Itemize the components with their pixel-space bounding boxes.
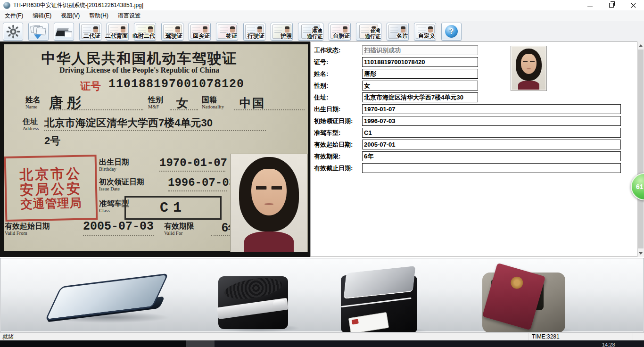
toolbar-custom-label: 自定义 <box>418 33 435 39</box>
license-no-value: 110188197001078120 <box>108 77 244 91</box>
license-class-box: C1 <box>124 196 222 220</box>
scroll-up-button[interactable] <box>637 41 644 49</box>
form-row-name: 姓名: <box>311 69 637 79</box>
toolbar-id-card-label: 二代证 <box>83 33 100 39</box>
license-name-label: 姓名 Name <box>25 96 41 109</box>
menu-item-file[interactable]: 文件(F) <box>0 11 28 21</box>
close-button[interactable] <box>622 0 644 10</box>
menu-item-language[interactable]: 语言设置 <box>113 11 145 21</box>
license-subtitle-en: Driving License of the People's Republic… <box>4 66 275 74</box>
batch-scan-icon <box>31 25 47 38</box>
license-birthday-value: 1970-01-07 <box>159 157 227 169</box>
gender-field[interactable] <box>362 81 478 91</box>
license-address-label: 住址 Address <box>23 118 39 131</box>
toolbar-id-card-button[interactable]: 二代证 <box>79 23 101 41</box>
license-nationality-label: 国籍 Nationality <box>202 96 224 109</box>
menu-item-view[interactable]: 视图(V) <box>56 11 84 21</box>
license-sex-value: 女 <box>176 95 188 111</box>
settings-button[interactable] <box>3 23 23 41</box>
scanner-icon <box>56 25 72 38</box>
valid-period-label: 有效期限: <box>314 152 340 161</box>
driving-license-scan: 中华人民共和国机动车驾驶证 Driving License of the Peo… <box>4 44 308 251</box>
license-photo <box>230 154 308 252</box>
id-number-field[interactable] <box>362 57 478 67</box>
help-button[interactable]: ? <box>441 23 462 41</box>
scanned-document-pane: 中华人民共和国机动车驾驶证 Driving License of the Peo… <box>0 41 310 257</box>
window-controls <box>579 0 644 10</box>
toolbar-home-return-permit-button[interactable]: 回乡证 <box>189 23 211 41</box>
license-sex-label: 性别 M&F <box>148 96 163 109</box>
police-stamp: 北京市公 安局公安 交通管理局 <box>4 155 98 222</box>
form-row-valid-until: 有效截止日期: <box>311 163 637 174</box>
batch-scan-button[interactable] <box>28 23 49 41</box>
title-bar[interactable]: TH-PR630中安证件识别系统-[20161226143851.jpg] <box>0 0 644 10</box>
menu-item-edit[interactable]: 编辑(E) <box>28 11 56 21</box>
license-address-line2: 2号 <box>44 134 60 148</box>
scroll-down-icon <box>639 252 643 255</box>
close-icon <box>631 3 636 8</box>
toolbar-hk-macau-permit-label: 港澳通行证 <box>307 28 322 39</box>
toolbar-taiwan-compatriot-permit-button[interactable]: 台胞证 <box>329 23 351 41</box>
vehicle-class-field[interactable] <box>362 128 621 138</box>
valid-until-field[interactable] <box>362 163 621 173</box>
license-title: 中华人民共和国机动车驾驶证 <box>4 49 275 68</box>
window-title: TH-PR630中安证件识别系统-[20161226143851.jpg] <box>13 0 143 10</box>
toolbar: 二代证二代背面临时二代驾驶证回乡证签证行驶证护照港澳通行证台胞证台湾通行证名片自… <box>0 21 644 41</box>
minimize-icon <box>587 7 593 7</box>
toolbar-hk-macau-permit-button[interactable]: 港澳通行证 <box>298 23 323 41</box>
work-status-field[interactable] <box>362 45 478 55</box>
license-valid-for-label: 有效期限 Valid For <box>164 223 194 236</box>
restore-button[interactable] <box>601 0 622 10</box>
scroll-down-button[interactable] <box>637 249 644 257</box>
toolbar-home-return-permit-label: 回乡证 <box>193 33 210 39</box>
first-issue-date-label: 初始领证日期: <box>314 117 353 125</box>
toolbar-vehicle-license-label: 行驶证 <box>248 33 264 39</box>
birth-date-field[interactable] <box>362 104 621 114</box>
form-row-valid-period: 有效期限: <box>311 151 637 162</box>
toolbar-visa-label: 签证 <box>226 33 237 39</box>
form-row-gender: 性别: <box>311 81 637 91</box>
scroll-up-icon <box>639 44 643 47</box>
form-row-address: 住址: <box>311 92 637 103</box>
valid-period-field[interactable] <box>362 151 621 161</box>
restore-icon <box>609 3 614 8</box>
toolbar-taiwan-permit-label: 台湾通行证 <box>365 28 380 39</box>
taskbar-strip[interactable]: 14:28 <box>0 340 644 347</box>
birth-date-label: 出生日期: <box>314 105 340 114</box>
valid-from-label: 有效起始日期: <box>314 140 353 149</box>
taskbar-clock: 14:28 <box>602 342 615 347</box>
address-field[interactable] <box>362 92 478 102</box>
toolbar-id-card-back-label: 二代背面 <box>105 33 128 39</box>
license-nationality-value: 中国 <box>239 95 265 111</box>
license-issue-date-value: 1996-07-03 <box>168 176 236 189</box>
toolbar-visa-button[interactable]: 签证 <box>216 23 238 41</box>
toolbar-business-card-button[interactable]: 名片 <box>387 23 409 41</box>
license-birthday-label: 出生日期 Birthday <box>99 158 129 172</box>
toolbar-vehicle-license-button[interactable]: 行驶证 <box>243 23 265 41</box>
name-label: 姓名: <box>314 70 328 78</box>
name-field[interactable] <box>362 69 478 79</box>
valid-from-field[interactable] <box>362 140 621 149</box>
extracted-photo-frame <box>511 46 547 91</box>
scan-device-button[interactable] <box>54 23 74 41</box>
minimize-button[interactable] <box>579 0 601 10</box>
first-issue-date-field[interactable] <box>362 116 621 126</box>
extracted-photo <box>512 47 545 90</box>
license-no-label: 证号 <box>80 79 101 93</box>
toolbar-id-card-back-button[interactable]: 二代背面 <box>107 23 129 41</box>
badge-value: 61 <box>636 183 644 190</box>
status-text: 就绪 <box>2 333 14 340</box>
toolbar-temp-id-card-button[interactable]: 临时二代 <box>134 23 156 41</box>
toolbar-custom-button[interactable]: 自定义 <box>414 23 436 41</box>
form-row-first-issue-date: 初始领证日期: <box>311 116 637 126</box>
menu-item-help[interactable]: 帮助(H) <box>84 11 113 21</box>
toolbar-driving-license-button[interactable]: 驾驶证 <box>161 23 183 41</box>
vertical-scrollbar[interactable] <box>637 41 644 257</box>
status-bar: 就绪 TIME:3281 <box>0 332 644 340</box>
scanner-products-banner <box>0 258 644 332</box>
scrollbar-thumb[interactable] <box>638 50 644 248</box>
toolbar-taiwan-permit-button[interactable]: 台湾通行证 <box>356 23 381 41</box>
toolbar-driving-license-label: 驾驶证 <box>165 33 182 39</box>
work-status-label: 工作状态: <box>314 46 340 55</box>
toolbar-passport-button[interactable]: 护照 <box>271 23 293 41</box>
